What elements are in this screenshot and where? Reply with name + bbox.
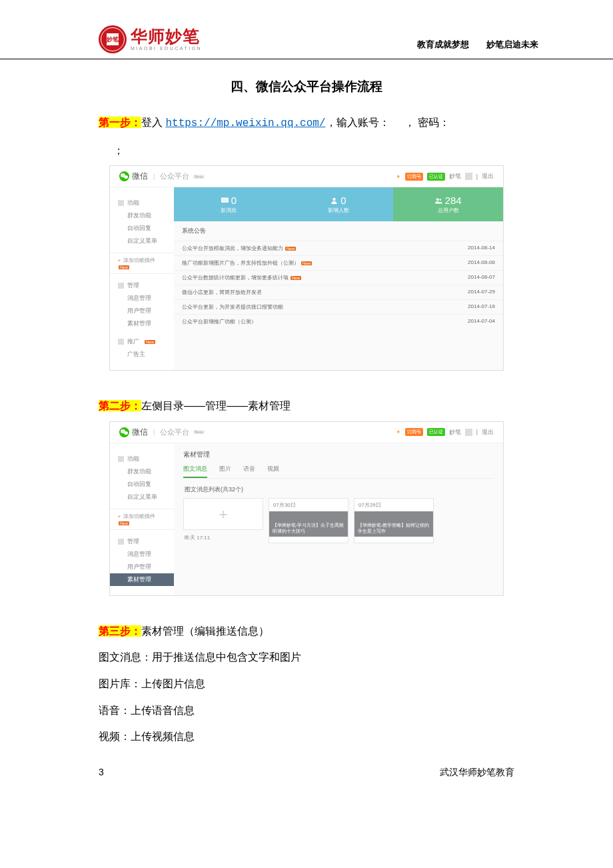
- svg-point-5: [436, 198, 438, 201]
- doc-header: 妙笔 华师妙笔 MIAOBI EDUCATION 教育成就梦想 妙笔启迪未来: [0, 25, 613, 59]
- sidebar-item[interactable]: 群发功能: [110, 209, 174, 222]
- step3-line: 第三步：素材管理（编辑推送信息）: [99, 620, 514, 643]
- announce-row[interactable]: 公众平台数据统计功能更新，增加更多统计项New2014-08-07: [174, 270, 503, 285]
- users-icon: [435, 197, 442, 204]
- sidebar: 功能 群发功能 自动回复 自定义菜单 ＋ 添加功能插件New 管理 消息管理 用…: [110, 187, 174, 370]
- brand-cn: 华师妙笔: [131, 28, 202, 45]
- sidebar-item[interactable]: 自定义菜单: [110, 491, 174, 503]
- add-material-card[interactable]: ＋: [183, 498, 263, 530]
- svg-point-1: [223, 199, 223, 200]
- step2-badge: 第二步：: [99, 400, 141, 411]
- screenshot-2: 微信 | 公众平台 Beta ✦ 订阅号已认证 妙笔 | 退出 功能: [109, 421, 504, 596]
- svg-point-2: [224, 199, 225, 200]
- material-tabs: 图文消息 图片 语音 视频: [183, 465, 494, 479]
- list-header: 图文消息列表(共32个): [183, 479, 494, 498]
- ss-account-bar: ✦ 订阅号已认证 妙笔 | 退出: [396, 172, 494, 181]
- sidebar-item[interactable]: 广告主: [110, 348, 174, 361]
- plus-icon: ＋: [216, 504, 231, 524]
- logout-link[interactable]: 退出: [482, 428, 494, 437]
- announce-row[interactable]: 公众平台开放模板消息，增加业务通知能力New2014-08-14: [174, 241, 503, 255]
- sidebar-item[interactable]: 群发功能: [110, 465, 174, 478]
- ss-brand: 微信 | 公众平台 Beta: [119, 427, 205, 438]
- wechat-icon: [119, 171, 129, 181]
- stats-row: 0 新消息 0 新增人数 284 总用户数: [174, 187, 503, 221]
- step1-line: 第一步：登入 https://mp.weixin.qq.com/，输入账号： ，…: [99, 111, 514, 135]
- svg-point-4: [333, 197, 336, 200]
- sidebar-item[interactable]: 自动回复: [110, 222, 174, 235]
- mg-icon: [118, 539, 124, 545]
- page-number: 3: [99, 767, 104, 779]
- announce-row[interactable]: 公众平台新增推广功能（公测）2014-07-04: [174, 314, 503, 329]
- card-time: 昨天 17:11: [183, 530, 263, 543]
- mg-icon: [118, 283, 124, 289]
- stat-card[interactable]: 0 新增人数: [284, 187, 394, 221]
- logo: 妙笔 华师妙笔 MIAOBI EDUCATION: [99, 25, 202, 53]
- ss-account-bar: ✦ 订阅号已认证 妙笔 | 退出: [396, 428, 494, 437]
- step3-l4: 视频：上传视频信息: [99, 725, 514, 748]
- step3-l3: 语音：上传语音信息: [99, 699, 514, 722]
- fn-icon: [118, 456, 124, 462]
- step3-badge: 第三步：: [99, 625, 141, 637]
- announce-row[interactable]: 推广功能新增图片广告，并支持投放外链（公测）New2014-08-08: [174, 255, 503, 270]
- pr-icon: [118, 339, 124, 345]
- tab-audio[interactable]: 语音: [243, 465, 255, 474]
- announce-row[interactable]: 公众平台更新，为开发者提供接口报警功能2014-07-18: [174, 299, 503, 314]
- step1-badge: 第一步：: [99, 117, 141, 128]
- tab-article[interactable]: 图文消息: [183, 465, 207, 478]
- material-card[interactable]: 07月29日 【华师妙笔-教学攻略】如何让你的学生爱上写作: [354, 498, 434, 543]
- sidebar-item-material[interactable]: 素材管理: [110, 573, 174, 586]
- login-url-link[interactable]: https://mp.weixin.qq.com/: [165, 117, 325, 129]
- user-icon: [330, 197, 338, 204]
- footer-org: 武汉华师妙笔教育: [440, 767, 514, 779]
- sidebar: 功能 群发功能 自动回复 自定义菜单 ＋ 添加功能插件New 管理 消息管理 用…: [110, 443, 174, 595]
- avatar-icon[interactable]: [465, 429, 472, 436]
- panel-title: 素材管理: [183, 450, 494, 459]
- avatar-icon[interactable]: [465, 173, 472, 180]
- step1-cont: ；: [99, 139, 514, 162]
- sidebar-item[interactable]: 消息管理: [110, 548, 174, 561]
- step3-l2: 图片库：上传图片信息: [99, 673, 514, 695]
- stat-card[interactable]: 284 总用户数: [393, 187, 503, 221]
- page-footer: 3 武汉华师妙笔教育: [0, 752, 613, 779]
- screenshot-1: 微信 | 公众平台 Beta ✦ 订阅号已认证 妙笔 | 退出 功能: [109, 165, 504, 371]
- stat-card[interactable]: 0 新消息: [174, 187, 284, 221]
- announce-header: 系统公告: [174, 221, 503, 241]
- message-icon: [221, 197, 229, 204]
- wechat-icon: [119, 427, 129, 437]
- add-plugin[interactable]: ＋ 添加功能插件New: [110, 253, 174, 274]
- tab-video[interactable]: 视频: [267, 465, 279, 474]
- sidebar-item[interactable]: 素材管理: [110, 317, 174, 330]
- seal-icon: 妙笔: [99, 25, 127, 53]
- step2-line: 第二步：左侧目录——管理——素材管理: [99, 395, 514, 417]
- sidebar-item[interactable]: 用户管理: [110, 305, 174, 317]
- brand-en: MIAOBI EDUCATION: [131, 46, 202, 51]
- logout-link[interactable]: 退出: [482, 172, 494, 181]
- sidebar-item[interactable]: 自定义菜单: [110, 235, 174, 247]
- sidebar-item[interactable]: 消息管理: [110, 292, 174, 305]
- svg-point-6: [439, 199, 441, 201]
- material-card[interactable]: 07月30日 【华师妙笔-学习方法】尖子生高效听课的十大技巧: [269, 498, 348, 543]
- step3-l1: 图文消息：用于推送信息中包含文字和图片: [99, 646, 514, 669]
- svg-point-3: [226, 199, 227, 200]
- fn-icon: [118, 200, 124, 206]
- tab-image[interactable]: 图片: [219, 465, 231, 474]
- page-title: 四、微信公众平台操作流程: [99, 78, 514, 95]
- sidebar-item[interactable]: 用户管理: [110, 561, 174, 573]
- add-plugin[interactable]: ＋ 添加功能插件New: [110, 509, 174, 530]
- slogan: 教育成就梦想 妙笔启迪未来: [417, 39, 538, 53]
- announce-row[interactable]: 微信小店更新，简简开放给开发者2014-07-29: [174, 285, 503, 299]
- sidebar-item[interactable]: 自动回复: [110, 478, 174, 491]
- ss-brand: 微信 | 公众平台 Beta: [119, 171, 205, 182]
